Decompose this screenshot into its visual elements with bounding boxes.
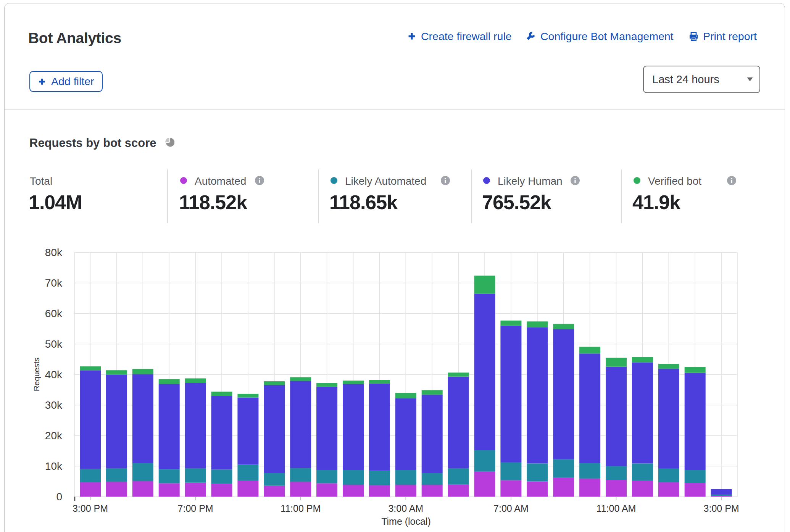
svg-text:Requests: Requests <box>32 358 41 392</box>
svg-text:0: 0 <box>56 491 62 503</box>
svg-text:Time (local): Time (local) <box>381 516 431 527</box>
svg-text:3:00 AM: 3:00 AM <box>388 503 423 514</box>
svg-text:40k: 40k <box>45 369 63 380</box>
svg-text:3:00 PM: 3:00 PM <box>704 503 739 514</box>
svg-text:11:00 PM: 11:00 PM <box>281 503 321 514</box>
svg-text:3:00 PM: 3:00 PM <box>73 503 108 514</box>
svg-text:20k: 20k <box>45 430 63 442</box>
svg-text:60k: 60k <box>45 308 63 319</box>
svg-text:30k: 30k <box>45 399 63 411</box>
svg-text:70k: 70k <box>45 277 63 289</box>
svg-text:11:00 AM: 11:00 AM <box>597 503 636 514</box>
svg-text:7:00 AM: 7:00 AM <box>493 503 529 514</box>
svg-text:7:00 PM: 7:00 PM <box>178 503 213 514</box>
svg-text:50k: 50k <box>45 338 63 350</box>
svg-text:80k: 80k <box>45 247 63 258</box>
svg-text:10k: 10k <box>45 460 63 472</box>
